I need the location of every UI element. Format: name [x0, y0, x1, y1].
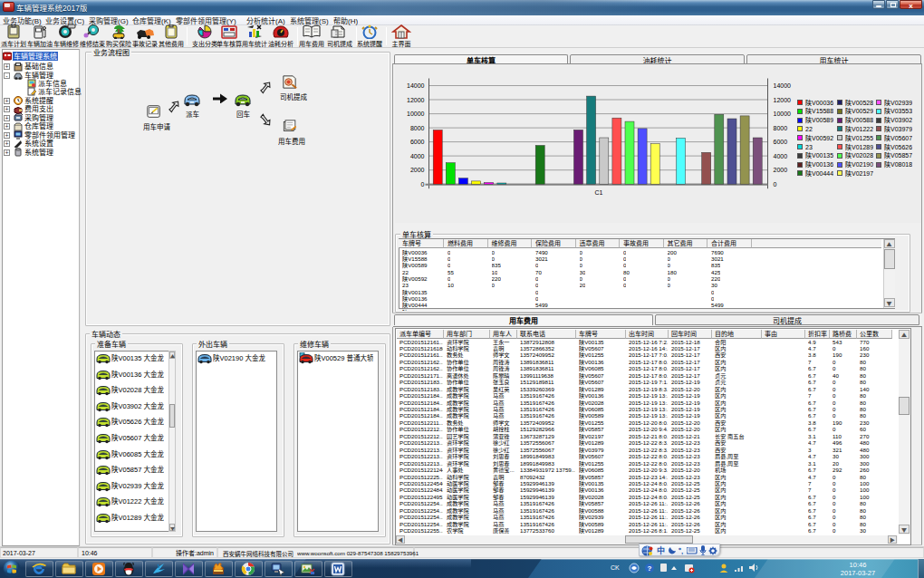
- svg-text:14000: 14000: [407, 81, 425, 90]
- svg-text:10000: 10000: [407, 109, 425, 118]
- svg-text:C1: C1: [595, 188, 603, 197]
- svg-text:6000: 6000: [774, 137, 788, 146]
- svg-text:8000: 8000: [774, 123, 788, 132]
- svg-text:12000: 12000: [774, 95, 792, 104]
- svg-text:4000: 4000: [774, 151, 788, 160]
- svg-text:14000: 14000: [774, 81, 792, 90]
- svg-text:8000: 8000: [410, 123, 425, 132]
- svg-text:2000: 2000: [410, 165, 425, 174]
- svg-text:?: ?: [648, 563, 652, 573]
- svg-text:6000: 6000: [410, 137, 425, 146]
- svg-text:12000: 12000: [407, 95, 425, 104]
- svg-text:0: 0: [774, 179, 777, 188]
- svg-text:0: 0: [421, 179, 425, 188]
- svg-text:4000: 4000: [410, 151, 425, 160]
- svg-text:2000: 2000: [774, 165, 788, 174]
- svg-text:10000: 10000: [774, 109, 792, 118]
